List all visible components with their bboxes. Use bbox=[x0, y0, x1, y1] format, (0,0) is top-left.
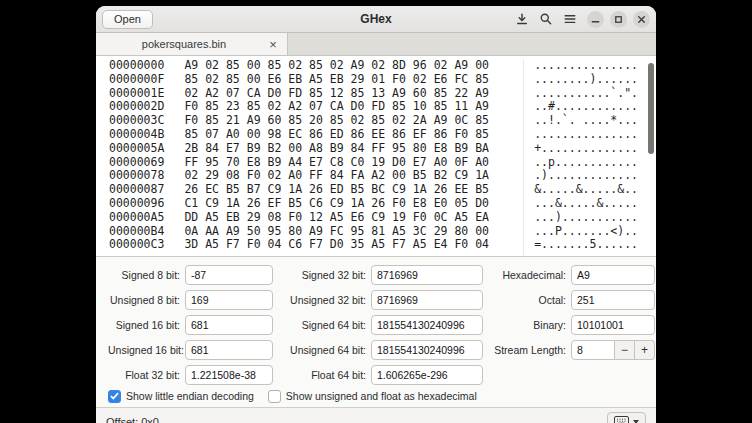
ascii-row[interactable]: ...&.....&..... bbox=[534, 197, 638, 211]
ascii-row[interactable]: ...P.......<).. bbox=[534, 225, 638, 239]
hex-row[interactable]: 0A AA A9 50 95 80 A9 FC 95 81 A5 3C 29 8… bbox=[184, 225, 515, 239]
unsigned-64-bit-input[interactable] bbox=[371, 340, 483, 360]
hex-row[interactable]: C1 C9 1A 26 EF B5 C6 C9 1A 26 F0 E8 E0 0… bbox=[184, 197, 515, 211]
ascii-row[interactable]: ..!.`. ....*... bbox=[534, 114, 638, 128]
binary-input[interactable] bbox=[571, 315, 655, 335]
offset-label: 0000004B bbox=[109, 128, 164, 142]
keyboard-icon bbox=[614, 415, 629, 423]
hex-view: 000000000000000F0000001E0000002D0000003C… bbox=[96, 56, 656, 257]
hex-row[interactable]: 02 A2 07 CA D0 FD 85 12 85 13 A9 60 85 2… bbox=[184, 87, 515, 101]
octal-label: Octal: bbox=[490, 294, 566, 306]
decode-column-3: Hexadecimal:Octal:Binary:Stream Length:−… bbox=[490, 265, 655, 385]
signed-64-bit-input[interactable] bbox=[371, 315, 483, 335]
decode-panel: Signed 8 bit:Unsigned 8 bit:Signed 16 bi… bbox=[96, 257, 656, 385]
hex-row[interactable]: F0 85 21 A9 60 85 20 85 02 85 02 2A A9 0… bbox=[184, 114, 515, 128]
close-button[interactable] bbox=[633, 11, 650, 28]
tab-close-icon[interactable]: × bbox=[266, 37, 280, 51]
hex-row[interactable]: DD A5 EB 29 08 F0 12 A5 E6 C9 19 F0 0C A… bbox=[184, 211, 515, 225]
octal-input[interactable] bbox=[571, 290, 655, 310]
hex-row[interactable]: 3D A5 F7 F0 04 C6 F7 D0 35 A5 F7 A5 E4 F… bbox=[184, 238, 515, 252]
close-icon bbox=[636, 14, 647, 25]
signed-32-bit-label: Signed 32 bit: bbox=[280, 269, 366, 281]
decode-options-row: Show little endian decodingShow unsigned… bbox=[96, 385, 656, 407]
unsigned-8-bit-input[interactable] bbox=[185, 290, 273, 310]
ghex-window: Open GHex bbox=[96, 6, 656, 423]
unsigned-8-bit-label: Unsigned 8 bit: bbox=[108, 294, 180, 306]
binary-label: Binary: bbox=[490, 319, 566, 331]
offset-label: 0000001E bbox=[109, 87, 164, 101]
hex-row[interactable]: 85 07 A0 00 98 EC 86 ED 86 EE 86 EF 86 F… bbox=[184, 128, 515, 142]
float-64-bit-input[interactable] bbox=[371, 365, 483, 385]
unsigned-32-bit-input[interactable] bbox=[371, 290, 483, 310]
hex-row[interactable]: 85 02 85 00 E6 EB A5 EB 29 01 F0 02 E6 F… bbox=[184, 73, 515, 87]
maximize-icon bbox=[613, 14, 624, 25]
ascii-row[interactable]: ..p............ bbox=[534, 156, 638, 170]
stream-length-spinner: −+ bbox=[571, 340, 655, 360]
stream-length-input[interactable] bbox=[571, 340, 615, 360]
offset-label: 00000069 bbox=[109, 156, 164, 170]
tab-label: pokersquares.bin bbox=[108, 38, 260, 50]
offset-label: 000000C3 bbox=[109, 238, 164, 252]
find-button[interactable] bbox=[535, 9, 557, 29]
stream-length-decrement-button[interactable]: − bbox=[615, 340, 635, 360]
hex-row[interactable]: 26 EC B5 B7 C9 1A 26 ED B5 BC C9 1A 26 E… bbox=[184, 183, 515, 197]
hex-row[interactable]: A9 02 85 00 85 02 85 02 A9 02 8D 96 02 A… bbox=[184, 59, 515, 73]
ascii-row[interactable]: ..#............ bbox=[534, 100, 638, 114]
signed-8-bit-input[interactable] bbox=[185, 265, 273, 285]
scrollbar-thumb[interactable] bbox=[648, 63, 654, 154]
offset-label: 0000003C bbox=[109, 114, 164, 128]
tab-bar: pokersquares.bin × bbox=[96, 33, 656, 56]
checkbox-item[interactable]: Show little endian decoding bbox=[108, 390, 254, 403]
display-options-button[interactable] bbox=[607, 412, 646, 423]
stream-length-label: Stream Length: bbox=[490, 344, 566, 356]
hexadecimal-input[interactable] bbox=[571, 265, 655, 285]
ascii-row[interactable]: ............... bbox=[534, 128, 638, 142]
float-64-bit-label: Float 64 bit: bbox=[280, 369, 366, 381]
signed-8-bit-label: Signed 8 bit: bbox=[108, 269, 180, 281]
hex-byte-column[interactable]: A9 02 85 00 85 02 85 02 A9 02 8D 96 02 A… bbox=[172, 59, 523, 256]
menu-button[interactable] bbox=[559, 9, 581, 29]
save-button[interactable] bbox=[511, 9, 533, 29]
ascii-row[interactable]: ........)...... bbox=[534, 73, 638, 87]
signed-16-bit-input[interactable] bbox=[185, 315, 273, 335]
open-button[interactable]: Open bbox=[102, 10, 153, 29]
ascii-row[interactable]: ...........`.". bbox=[534, 87, 638, 101]
scrollbar[interactable] bbox=[645, 59, 656, 256]
hex-row[interactable]: 02 29 08 F0 02 A0 FF 84 FA A2 00 B5 B2 C… bbox=[184, 169, 515, 183]
search-icon bbox=[539, 12, 553, 26]
checkbox-item[interactable]: Show unsigned and float as hexadecimal bbox=[268, 390, 477, 403]
offset-label: 000000A5 bbox=[109, 211, 164, 225]
ascii-row[interactable]: =.......5...... bbox=[534, 238, 638, 252]
decode-column-2: Signed 32 bit:Unsigned 32 bit:Signed 64 … bbox=[280, 265, 483, 385]
unchecked-checkbox[interactable] bbox=[268, 390, 281, 403]
hex-row[interactable]: F0 85 23 85 02 A2 07 CA D0 FD 85 10 85 1… bbox=[184, 100, 515, 114]
float-32-bit-input[interactable] bbox=[185, 365, 273, 385]
tab-pokersquares[interactable]: pokersquares.bin × bbox=[96, 33, 288, 55]
ascii-column[interactable]: .......................)................… bbox=[523, 59, 645, 256]
unsigned-16-bit-input[interactable] bbox=[185, 340, 273, 360]
hamburger-menu-icon bbox=[563, 12, 577, 26]
checkbox-label: Show little endian decoding bbox=[126, 390, 254, 402]
hexadecimal-label: Hexadecimal: bbox=[490, 269, 566, 281]
ascii-row[interactable]: &.....&.....&.. bbox=[534, 183, 638, 197]
ascii-row[interactable]: ............... bbox=[534, 59, 638, 73]
float-32-bit-label: Float 32 bit: bbox=[108, 369, 180, 381]
minimize-button[interactable] bbox=[587, 11, 604, 28]
offset-label: 0000002D bbox=[109, 100, 164, 114]
unsigned-32-bit-label: Unsigned 32 bit: bbox=[280, 294, 366, 306]
ascii-row[interactable]: ...)........... bbox=[534, 211, 638, 225]
stream-length-increment-button[interactable]: + bbox=[635, 340, 655, 360]
checkbox-label: Show unsigned and float as hexadecimal bbox=[286, 390, 477, 402]
screen: Open GHex bbox=[0, 0, 752, 423]
offset-column: 000000000000000F0000001E0000002D0000003C… bbox=[96, 59, 172, 256]
maximize-button[interactable] bbox=[610, 11, 627, 28]
checked-checkbox[interactable] bbox=[108, 390, 121, 403]
unsigned-64-bit-label: Unsigned 64 bit: bbox=[280, 344, 366, 356]
hex-row[interactable]: FF 95 70 E8 B9 A4 E7 C8 C0 19 D0 E7 A0 0… bbox=[184, 156, 515, 170]
ascii-row[interactable]: +.............. bbox=[534, 142, 638, 156]
offset-label: 00000087 bbox=[109, 183, 164, 197]
signed-32-bit-input[interactable] bbox=[371, 265, 483, 285]
hex-row[interactable]: 2B 84 E7 B9 B2 00 A8 B9 84 FF 95 80 E8 B… bbox=[184, 142, 515, 156]
titlebar-actions bbox=[511, 9, 650, 29]
ascii-row[interactable]: .)............. bbox=[534, 169, 638, 183]
